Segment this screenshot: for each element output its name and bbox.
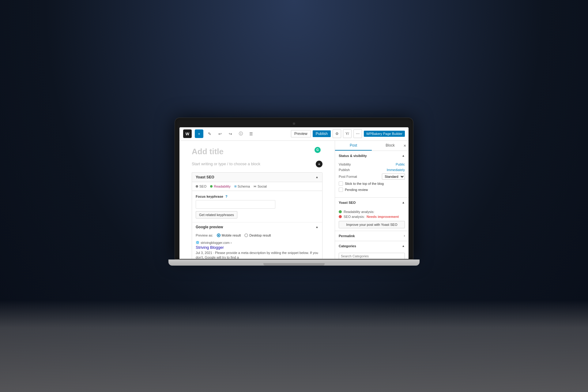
yoast-focus-keyphrase-section: Focus keyphrase ? Get related keyphrases [192,191,322,222]
pending-review-checkbox[interactable] [339,188,343,192]
focus-keyphrase-input[interactable] [196,200,275,209]
readability-analysis-label: Readability analysis: [344,210,374,214]
edit-button[interactable]: ✎ [205,129,214,138]
seo-analysis-dot [339,215,342,218]
publish-button[interactable]: Publish [313,130,331,137]
laptop-screen: W + ✎ ↩ ↪ ⓘ ☰ Preview Publish ⚙ Y/ ⋯ WPB… [175,118,413,259]
publish-value[interactable]: Immediately [387,168,405,172]
google-preview-title: Google preview [196,225,223,229]
yoast-seo-sidebar-content: Readability analysis: SEO analysis: Need… [335,207,409,231]
more-options-button[interactable]: ⋯ [353,129,362,138]
sidebar-close-button[interactable]: × [404,143,406,148]
content-placeholder-text: Start writing or type / to choose a bloc… [192,162,260,166]
post-format-select[interactable]: Standard [382,174,405,180]
permalink-title: Permalink [339,234,355,238]
laptop-base [168,259,420,266]
visibility-value[interactable]: Public [396,162,405,166]
readability-dot-icon [210,185,213,188]
google-description: Jul 3, 2021 · Please provide a meta desc… [196,251,318,259]
tab-post[interactable]: Post [335,141,372,151]
globe-icon: 🌐 [196,241,199,245]
status-visibility-header[interactable]: Status & visibility ▲ [335,151,409,161]
post-title-field[interactable]: Add title [192,147,322,156]
get-related-keyphrases-button[interactable]: Get related keyphrases [196,211,237,218]
yoast-panel-header[interactable]: Yoast SEO ▲ [192,173,322,182]
categories-content: Blogging Blog Traffic [335,251,409,259]
yoast-tab-social[interactable]: ⋈ Social [254,185,267,188]
categories-header[interactable]: Categories ▲ [335,241,409,251]
yoast-icon-button[interactable]: Y/ [343,129,352,138]
stick-to-top-row: Stick to the top of the blog [339,181,405,186]
seo-analysis-label: SEO analysis: [344,215,365,218]
stick-to-top-checkbox[interactable] [339,181,343,186]
focus-keyphrase-help-icon[interactable]: ? [225,195,228,198]
toolbar-right: Preview Publish ⚙ Y/ ⋯ WPBakery Page Bui… [291,129,405,138]
social-share-icon: ⋈ [254,185,256,188]
permalink-section: Permalink › [335,231,409,241]
wordpress-logo[interactable]: W [183,129,192,138]
yoast-collapse-icon: ▲ [315,175,318,179]
sidebar-tabs: Post Block × [335,141,409,151]
status-visibility-section: Status & visibility ▲ Visibility Public … [335,151,409,198]
desktop-radio-icon [244,233,248,237]
toolbar-left: W + ✎ ↩ ↪ ⓘ ☰ [183,129,255,138]
tab-block[interactable]: Block [372,141,409,151]
undo-button[interactable]: ↩ [216,129,224,138]
permalink-chevron: › [404,234,405,237]
google-preview-header[interactable]: Google preview ▲ [192,222,322,232]
yoast-seo-sidebar-header[interactable]: Yoast SEO ▲ [335,198,409,207]
categories-title: Categories [339,244,356,248]
settings-icon-button[interactable]: ⚙ [333,129,341,138]
categories-section: Categories ▲ Blogging Blog Traffic [335,241,409,259]
desktop-result-option[interactable]: Desktop result [244,233,271,237]
stick-to-top-label: Stick to the top of the blog [345,182,384,185]
preview-button[interactable]: Preview [291,130,311,137]
mobile-result-option[interactable]: Mobile result [217,233,241,237]
focus-keyphrase-label: Focus keyphrase ? [196,195,318,198]
publish-label: Publish [339,168,350,172]
permalink-header[interactable]: Permalink › [335,231,409,241]
preview-as-section: Preview as: Mobile result Desktop result [192,232,322,239]
status-visibility-chevron: ▲ [402,154,405,157]
preview-as-label: Preview as: [196,233,213,237]
social-tab-label: Social [258,185,267,188]
grammarly-badge: G [315,147,321,153]
yoast-seo-sidebar-title: Yoast SEO [339,201,356,204]
publish-row: Publish Immediately [339,168,405,172]
seo-tab-label: SEO [199,185,206,188]
improve-yoast-button[interactable]: Improve your post with Yoast SEO [339,221,405,228]
wp-toolbar: W + ✎ ↩ ↪ ⓘ ☰ Preview Publish ⚙ Y/ ⋯ WPB… [179,127,409,141]
add-block-button[interactable]: + [195,129,203,138]
readability-analysis-row: Readability analysis: [339,210,405,214]
yoast-tab-schema[interactable]: ⊞ Schema [234,185,250,188]
categories-chevron: ▲ [402,244,405,248]
google-title-link[interactable]: Striving Blogger [196,245,224,250]
seo-status-badge: Needs improvement [367,215,399,218]
post-format-label: Post Format [339,175,357,178]
wp-main-area: Add title G Start writing or type / to c… [179,141,409,259]
readability-tab-label: Readability [214,185,230,188]
wp-editor-area[interactable]: Add title G Start writing or type / to c… [179,141,335,259]
wp-sidebar: Post Block × Status & visibility ▲ Visib… [335,141,409,259]
status-visibility-content: Visibility Public Publish Immediately Po… [335,161,409,197]
search-categories-input[interactable] [339,253,405,259]
yoast-seo-panel: Yoast SEO ▲ SEO Readability [192,172,322,259]
wpbakery-button[interactable]: WPBakery Page Builder [364,131,405,137]
post-format-row: Post Format Standard [339,174,405,180]
yoast-seo-sidebar-chevron: ▲ [402,201,405,204]
yoast-panel-title: Yoast SEO [196,175,214,179]
google-url: 🌐 strivingblogger.com › [196,241,318,245]
status-visibility-title: Status & visibility [339,154,367,158]
redo-button[interactable]: ↪ [226,129,235,138]
visibility-label: Visibility [339,162,351,166]
post-content-area[interactable]: Start writing or type / to choose a bloc… [192,161,322,167]
list-view-button[interactable]: ☰ [247,129,255,138]
info-button[interactable]: ⓘ [236,129,245,138]
yoast-tab-readability[interactable]: Readability [210,185,230,188]
readability-dot [339,210,342,213]
seo-dot-icon [196,185,198,188]
google-url-text: strivingblogger.com › [201,241,232,245]
add-block-inline-button[interactable]: + [316,161,322,167]
yoast-seo-sidebar-section: Yoast SEO ▲ Readability analysis: SEO an… [335,198,409,231]
yoast-tab-seo[interactable]: SEO [196,185,206,188]
